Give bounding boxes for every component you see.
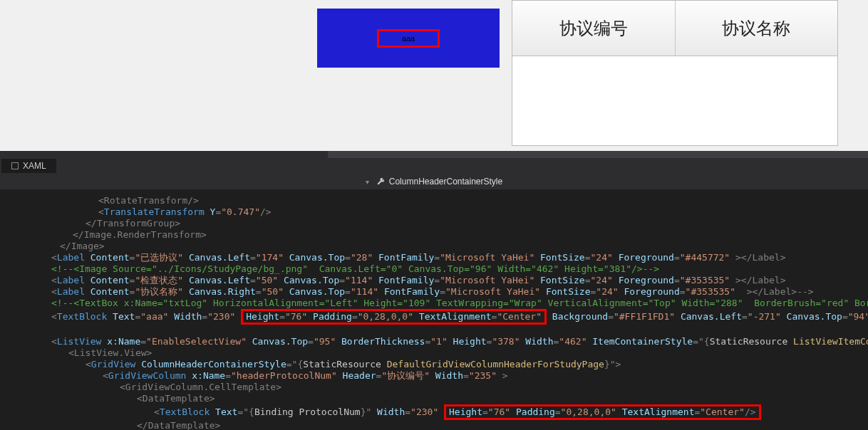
wrench-icon bbox=[376, 177, 385, 186]
column-header-protocol-name[interactable]: 协议名称 bbox=[676, 1, 838, 56]
highlight-box-1: Height="76" Padding="0,28,0,0" TextAlign… bbox=[241, 309, 547, 325]
xaml-code-editor[interactable]: <RotateTransform/> <TranslateTransform Y… bbox=[0, 189, 868, 430]
splitter-bar[interactable] bbox=[0, 151, 868, 158]
editor-tabbar: XAML bbox=[0, 158, 868, 174]
highlight-box-2: Height="76" Padding="0,28,0,0" TextAlign… bbox=[444, 404, 761, 420]
tab-label: XAML bbox=[23, 161, 46, 171]
breadcrumb[interactable]: ▾ ColumnHeaderContainerStyle bbox=[0, 174, 868, 189]
tab-xaml[interactable]: XAML bbox=[1, 159, 56, 173]
tab-icon bbox=[11, 162, 19, 169]
horizontal-scrollbar[interactable] bbox=[328, 151, 868, 158]
preview-listview[interactable]: 协议编号 协议名称 bbox=[512, 0, 838, 146]
preview-text: aaa bbox=[402, 34, 415, 43]
preview-textblock[interactable]: aaa bbox=[317, 9, 500, 68]
designer-canvas: aaa 协议编号 协议名称 bbox=[0, 0, 868, 151]
listview-header-row: 协议编号 协议名称 bbox=[512, 1, 837, 56]
preview-textblock-inner: aaa bbox=[377, 29, 440, 48]
chevron-down-icon: ▾ bbox=[366, 178, 369, 186]
column-header-protocol-num[interactable]: 协议编号 bbox=[512, 1, 676, 56]
breadcrumb-label: ColumnHeaderContainerStyle bbox=[389, 177, 502, 187]
